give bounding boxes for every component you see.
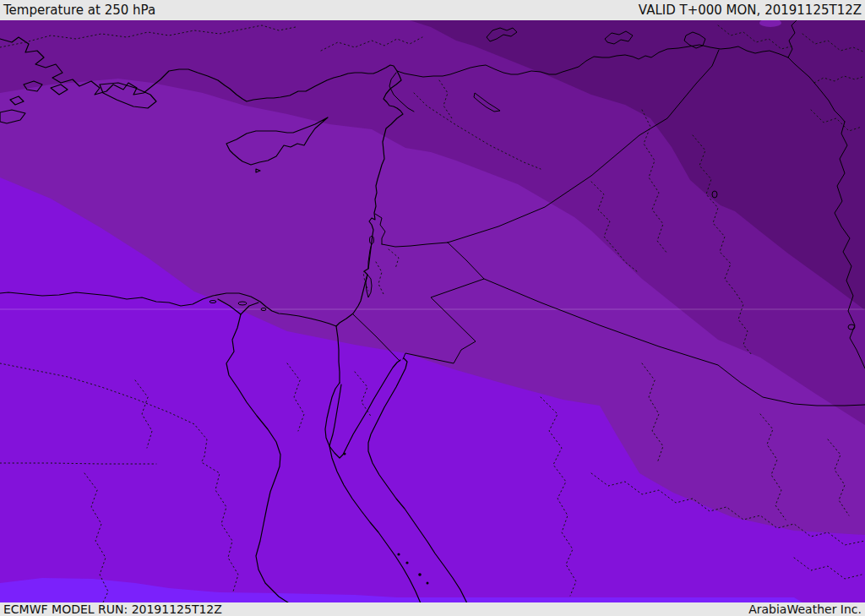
map-area (0, 20, 865, 602)
temperature-map-svg (0, 20, 865, 602)
redsea-island (405, 561, 408, 564)
brand-label: ArabiaWeather Inc. (748, 602, 862, 616)
tiran-island (344, 453, 346, 455)
header-bar: Temperature at 250 hPa VALID T+000 MON, … (0, 0, 865, 20)
valid-time-label: VALID T+000 MON, 20191125T12Z (639, 3, 862, 18)
model-run-label: ECMWF MODEL RUN: 20191125T12Z (3, 602, 222, 616)
weather-map-screenshot: Temperature at 250 hPa VALID T+000 MON, … (0, 0, 865, 616)
redsea-island (418, 573, 422, 576)
redsea-island (427, 582, 429, 585)
page-title: Temperature at 250 hPa (3, 3, 155, 18)
redsea-island (397, 553, 400, 555)
footer-bar: ECMWF MODEL RUN: 20191125T12Z ArabiaWeat… (0, 602, 865, 616)
